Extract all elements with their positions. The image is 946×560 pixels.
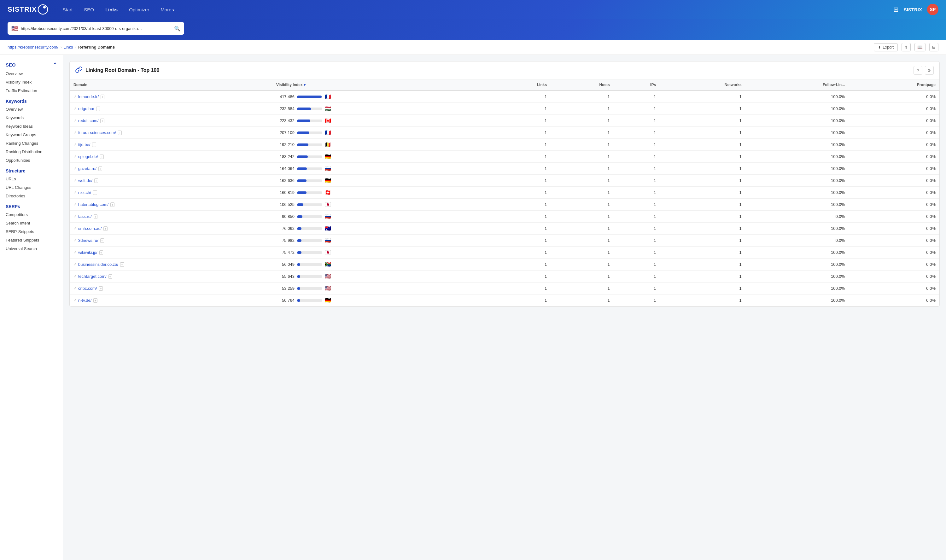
plus-icon[interactable]: + (110, 202, 114, 207)
settings-button[interactable]: ⚙ (925, 66, 934, 75)
domain-name[interactable]: gazeta.ru/ (78, 166, 97, 171)
country-flag: 🇷🇺 (325, 166, 331, 172)
search-icon[interactable]: 🔍 (174, 26, 180, 32)
plus-icon[interactable]: + (120, 262, 124, 267)
domain-name[interactable]: businessinsider.co.za/ (78, 262, 118, 267)
nav-optimizer[interactable]: Optimizer (125, 5, 154, 15)
nav-links-item[interactable]: Links (101, 5, 122, 15)
country-flag: 🇩🇪 (325, 154, 331, 160)
cell-vi-17: 50.764 🇩🇪 (272, 294, 490, 306)
plus-icon[interactable]: + (93, 298, 97, 303)
sidebar-item-universal-search[interactable]: Universal Search (0, 245, 63, 253)
sidebar-item-traffic-estimation[interactable]: Traffic Estimation (0, 86, 63, 95)
sidebar-item-visibility-index[interactable]: Visibility Index (0, 78, 63, 86)
sidebar-item-seo-overview[interactable]: Overview (0, 69, 63, 78)
plus-icon[interactable]: + (100, 118, 104, 123)
help-button[interactable]: ? (914, 66, 922, 75)
domain-name[interactable]: tass.ru/ (78, 214, 92, 219)
plus-icon[interactable]: + (98, 166, 102, 171)
nav-more[interactable]: More (156, 5, 178, 15)
domain-name[interactable]: tijd.be/ (78, 142, 90, 147)
plus-icon[interactable]: + (94, 214, 97, 219)
domain-name[interactable]: 3dnews.ru/ (78, 238, 98, 243)
bookmark-button[interactable]: 📖 (914, 43, 926, 51)
url-bar[interactable]: 🇺🇸 🔍 (8, 22, 184, 35)
cell-links-14: 1 (490, 258, 551, 271)
plus-icon[interactable]: + (100, 154, 104, 159)
sidebar-item-search-intent[interactable]: Search Intent (0, 219, 63, 227)
sidebar-item-url-changes[interactable]: URL Changes (0, 183, 63, 192)
sidebar-item-ranking-changes[interactable]: Ranking Changes (0, 139, 63, 148)
plus-icon[interactable]: + (103, 226, 107, 231)
breadcrumb-sep-1: › (60, 45, 62, 49)
domain-name[interactable]: cnbc.com/ (78, 286, 97, 291)
domain-name[interactable]: spiegel.de/ (78, 154, 98, 159)
cell-follow-1: 100.0% (746, 103, 849, 115)
country-flag: 🇩🇪 (325, 177, 331, 183)
domain-name[interactable]: nzz.ch/ (78, 190, 91, 195)
cell-vi-5: 183.242 🇩🇪 (272, 151, 490, 163)
domain-name[interactable]: smh.com.au/ (78, 226, 102, 231)
col-visibility-index[interactable]: Visibility Index (272, 80, 490, 91)
sidebar-item-opportunities[interactable]: Opportunities (0, 156, 63, 165)
vi-bar (297, 155, 308, 158)
cell-follow-8: 100.0% (746, 187, 849, 198)
grid-icon[interactable]: ⊞ (893, 6, 899, 13)
vi-value: 106.525 (276, 202, 295, 207)
vi-bar-wrap (297, 251, 322, 254)
plus-icon[interactable]: + (96, 106, 100, 111)
sidebar-item-urls[interactable]: URLs (0, 175, 63, 183)
domain-name[interactable]: wikiwiki.jp/ (78, 250, 97, 255)
plus-icon[interactable]: + (108, 274, 112, 279)
plus-icon[interactable]: + (93, 191, 97, 195)
external-link-icon: ↗ (74, 131, 76, 135)
plus-icon[interactable]: + (100, 238, 104, 243)
domain-name[interactable]: futura-sciences.com/ (78, 130, 116, 135)
domain-name[interactable]: reddit.com/ (78, 118, 98, 123)
plus-icon[interactable]: + (92, 143, 96, 147)
domain-name[interactable]: hatenablog.com/ (78, 202, 108, 207)
sidebar-item-keywords-overview[interactable]: Overview (0, 105, 63, 114)
sidebar-item-directories[interactable]: Directories (0, 192, 63, 200)
domain-name[interactable]: welt.de/ (78, 178, 92, 183)
breadcrumb-links[interactable]: Links (63, 45, 73, 49)
cell-frontpage-15: 0.0% (849, 271, 939, 283)
nav-start[interactable]: Start (58, 5, 77, 15)
vi-value: 53.259 (276, 286, 295, 291)
domain-name[interactable]: origo.hu/ (78, 106, 94, 111)
sidebar-item-serp-snippets[interactable]: SERP-Snippets (0, 227, 63, 236)
cell-vi-16: 53.259 🇺🇸 (272, 283, 490, 294)
breadcrumb-home[interactable]: https://krebsonsecurity.com/ (8, 45, 58, 49)
logo[interactable]: SISTRIX (8, 4, 48, 15)
plus-icon[interactable]: + (101, 95, 105, 99)
plus-icon[interactable]: + (118, 131, 122, 135)
sidebar-item-keyword-groups[interactable]: Keyword Groups (0, 131, 63, 139)
cell-hosts-16: 1 (551, 283, 614, 294)
plus-icon[interactable]: + (94, 178, 98, 183)
export-button[interactable]: ⬇ Export (874, 43, 898, 51)
cell-ips-14: 1 (614, 258, 660, 271)
sidebar-item-keywords[interactable]: Keywords (0, 114, 63, 122)
sidebar-item-competitors[interactable]: Competitors (0, 210, 63, 219)
cell-domain-4: ↗ tijd.be/ + (70, 139, 272, 151)
plus-icon[interactable]: + (99, 286, 103, 291)
vi-bar (297, 263, 300, 266)
sidebar-item-featured-snippets[interactable]: Featured Snippets (0, 236, 63, 245)
layout-button[interactable]: ⊟ (929, 43, 938, 51)
domain-name[interactable]: lemonde.fr/ (78, 94, 99, 99)
external-link-icon: ↗ (74, 106, 76, 111)
vi-bar (297, 215, 302, 218)
col-hosts: Hosts (551, 80, 614, 91)
share-button[interactable]: ⇧ (901, 43, 911, 51)
domain-name[interactable]: techtarget.com/ (78, 274, 106, 279)
sidebar-collapse-seo[interactable]: ⌃ (53, 62, 57, 68)
sidebar-item-keyword-ideas[interactable]: Keyword Ideas (0, 122, 63, 131)
cell-links-6: 1 (490, 163, 551, 175)
nav-right: ⊞ SISTRIX SP (893, 4, 938, 15)
domain-name[interactable]: n-tv.de/ (78, 298, 91, 303)
nav-seo[interactable]: SEO (80, 5, 98, 15)
sidebar-item-ranking-distribution[interactable]: Ranking Distribution (0, 148, 63, 156)
url-input[interactable] (21, 26, 174, 31)
plus-icon[interactable]: + (99, 250, 103, 255)
avatar[interactable]: SP (927, 4, 938, 15)
